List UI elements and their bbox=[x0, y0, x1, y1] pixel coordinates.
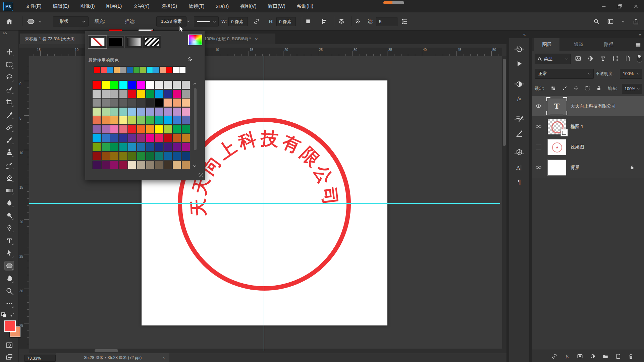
color-swatch[interactable] bbox=[128, 99, 136, 107]
lock-artboard-icon[interactable] bbox=[585, 85, 590, 91]
color-swatch[interactable] bbox=[128, 125, 136, 133]
path-operations-button[interactable] bbox=[305, 12, 311, 30]
layer-row[interactable]: T天天向上科技有限公司 bbox=[532, 96, 644, 117]
color-swatch[interactable] bbox=[102, 161, 110, 169]
sides-input[interactable]: 5 bbox=[376, 17, 397, 26]
color-swatch[interactable] bbox=[119, 134, 127, 142]
rectangular-marquee-tool[interactable] bbox=[5, 60, 14, 69]
quick-mask-button[interactable] bbox=[5, 341, 13, 349]
color-swatch[interactable] bbox=[119, 161, 127, 169]
menu-item[interactable]: 帮助(H) bbox=[291, 0, 319, 12]
color-swatch[interactable] bbox=[155, 134, 163, 142]
color-swatch[interactable] bbox=[173, 90, 181, 98]
close-tab-icon[interactable]: × bbox=[255, 36, 258, 42]
color-swatch[interactable] bbox=[155, 116, 163, 124]
menu-item[interactable]: 窗口(W) bbox=[262, 0, 291, 12]
recent-color-swatch[interactable] bbox=[107, 67, 113, 73]
color-swatch[interactable] bbox=[173, 81, 181, 89]
color-swatch[interactable] bbox=[102, 143, 110, 151]
color-swatch[interactable] bbox=[146, 108, 154, 116]
swatch-scrollbar-thumb[interactable] bbox=[194, 88, 197, 150]
home-button[interactable] bbox=[6, 12, 13, 30]
toolbar-expand-button[interactable]: >> bbox=[3, 32, 7, 35]
color-swatch[interactable] bbox=[164, 134, 172, 142]
color-swatch[interactable] bbox=[102, 125, 110, 133]
color-swatch[interactable] bbox=[155, 125, 163, 133]
color-swatch[interactable] bbox=[110, 116, 118, 124]
eyedropper-tool[interactable] bbox=[5, 110, 14, 119]
zoom-level-input[interactable]: 73.33% bbox=[24, 355, 56, 362]
recent-color-swatch[interactable] bbox=[153, 67, 159, 73]
layer-name[interactable]: 天天向上科技有限公司 bbox=[571, 103, 616, 109]
layer-thumbnail[interactable] bbox=[548, 160, 566, 175]
color-swatch[interactable] bbox=[164, 81, 172, 89]
lock-pixels-icon[interactable] bbox=[562, 85, 568, 91]
gradient-button[interactable] bbox=[124, 36, 143, 48]
link-layers-icon[interactable] bbox=[551, 353, 557, 359]
color-swatch[interactable] bbox=[164, 125, 172, 133]
shape-width-input[interactable]: 0 像素 bbox=[228, 17, 248, 26]
properties-panel-icon[interactable] bbox=[515, 148, 523, 157]
restore-button[interactable] bbox=[612, 0, 628, 12]
scroll-up-icon[interactable] bbox=[193, 81, 197, 86]
color-swatch[interactable] bbox=[182, 143, 190, 151]
filter-type-icon[interactable] bbox=[600, 55, 606, 62]
crop-tool[interactable] bbox=[5, 98, 14, 107]
color-swatch[interactable] bbox=[182, 116, 190, 124]
layer-name[interactable]: 效果图 bbox=[571, 144, 584, 150]
color-swatch[interactable] bbox=[137, 152, 145, 160]
blur-tool[interactable] bbox=[5, 198, 14, 207]
color-swatch[interactable] bbox=[119, 116, 127, 124]
color-swatch[interactable] bbox=[182, 99, 190, 107]
lock-position-icon[interactable] bbox=[573, 85, 579, 91]
color-swatch[interactable] bbox=[137, 161, 145, 169]
color-swatch[interactable] bbox=[155, 108, 163, 116]
color-swatch[interactable] bbox=[146, 161, 154, 169]
close-button[interactable] bbox=[628, 0, 644, 12]
color-swatch[interactable] bbox=[119, 125, 127, 133]
color-swatch[interactable] bbox=[93, 90, 101, 98]
spot-healing-brush-tool[interactable] bbox=[5, 123, 14, 132]
filter-adjustment-icon[interactable] bbox=[587, 55, 594, 62]
zoom-tool[interactable] bbox=[5, 286, 14, 295]
filter-smart-object-icon[interactable] bbox=[625, 55, 631, 62]
opacity-input[interactable]: 100% bbox=[620, 69, 642, 79]
color-swatch[interactable] bbox=[173, 116, 181, 124]
recent-color-swatch[interactable] bbox=[160, 67, 166, 73]
status-chevron-icon[interactable]: › bbox=[163, 355, 165, 361]
horizontal-guide[interactable] bbox=[29, 203, 500, 204]
color-swatch[interactable] bbox=[119, 81, 127, 89]
color-swatch[interactable] bbox=[119, 143, 127, 151]
dodge-tool[interactable] bbox=[5, 211, 14, 220]
menu-item[interactable]: 视图(V) bbox=[234, 0, 262, 12]
toolbar-options-button[interactable] bbox=[401, 12, 408, 30]
color-swatch[interactable] bbox=[182, 152, 190, 160]
color-swatch[interactable] bbox=[128, 134, 136, 142]
color-swatch[interactable] bbox=[110, 108, 118, 116]
color-swatch[interactable] bbox=[146, 116, 154, 124]
color-swatch[interactable] bbox=[137, 116, 145, 124]
vertical-scrollbar-thumb[interactable] bbox=[503, 59, 506, 146]
color-swatch[interactable] bbox=[119, 90, 127, 98]
recent-color-swatch[interactable] bbox=[114, 67, 120, 73]
layer-style-icon[interactable]: fx bbox=[564, 353, 570, 359]
styles-panel-icon[interactable]: fx bbox=[515, 95, 523, 103]
panel-tab-1[interactable]: 图层 bbox=[534, 38, 559, 51]
panel-resize-grip[interactable] bbox=[199, 173, 203, 177]
menu-item[interactable]: 文字(Y) bbox=[127, 0, 155, 12]
pen-tool[interactable] bbox=[5, 224, 14, 233]
layer-thumbnail[interactable] bbox=[548, 119, 566, 134]
visibility-toggle[interactable] bbox=[532, 96, 545, 116]
color-swatch[interactable] bbox=[102, 81, 110, 89]
color-swatch[interactable] bbox=[93, 116, 101, 124]
brush-settings-panel-icon[interactable] bbox=[515, 115, 523, 123]
color-swatch[interactable] bbox=[164, 99, 172, 107]
color-swatch[interactable] bbox=[146, 134, 154, 142]
layer-thumbnail[interactable]: T bbox=[548, 99, 566, 114]
search-icon[interactable] bbox=[593, 18, 600, 25]
shape-height-input[interactable]: 0 像素 bbox=[276, 17, 296, 26]
color-swatch[interactable] bbox=[164, 161, 172, 169]
path-alignment-button[interactable] bbox=[321, 12, 328, 30]
filter-type-select[interactable]: 类型 bbox=[535, 54, 571, 64]
edit-toolbar-button[interactable] bbox=[5, 299, 14, 308]
